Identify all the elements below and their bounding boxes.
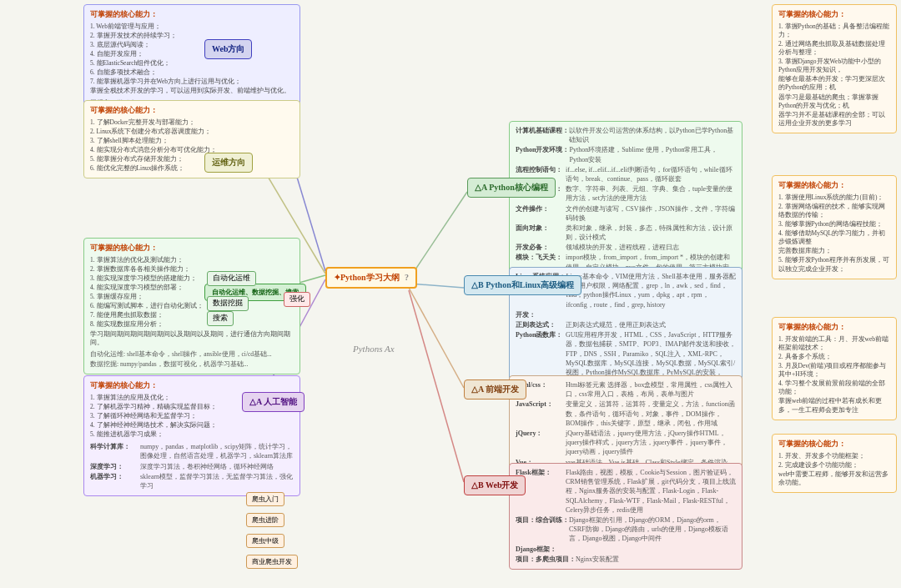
table-row: 深度学习：深度学习算法，卷积神经网络，循环神经网络 bbox=[90, 462, 294, 471]
branch-python-core: △A Python核心编程 bbox=[467, 178, 556, 198]
branch-ops: 运维方向 bbox=[204, 153, 253, 173]
sub-senior: 商业爬虫开发 bbox=[246, 555, 298, 569]
list-item: 1. 了解Docker完整开发与部署能力； bbox=[90, 118, 294, 127]
list-item: 掌握全栈技术开发的学习，可以运用到实际开发、前端维护与优化。 bbox=[90, 87, 294, 95]
sub-mid: 爬虫中级 bbox=[246, 534, 284, 548]
mindmap-container: ✦Python学习大纲 ? △A Python核心编程 △B Python和Li… bbox=[0, 0, 901, 588]
list-item: 3. 掌握Django开发Web功能中小型的Python应用开发知识， bbox=[778, 58, 890, 74]
branch-python-linux: △B Python和Linux高级编程 bbox=[464, 275, 581, 295]
list-item: 4. 学习整个发展前景前段前端的全部功能； bbox=[778, 379, 890, 396]
central-node: ✦Python学习大纲 ? bbox=[325, 267, 417, 289]
list-item: 5. 能推进机器学习成果； bbox=[90, 430, 294, 439]
list-item: 2. 掌握数据库各各相关操作能力； bbox=[90, 265, 294, 274]
auto-detail: 可掌握的核心能力： 1. 掌握算法的优化及测试能力；2. 掌握数据库各各相关操作… bbox=[83, 238, 300, 374]
list-item: 1. 开发前端的工具：月、开发web前端框架前端技术； bbox=[778, 335, 890, 352]
list-item: 7. 能掌握机器学习并在Web方向上进行运用与优化； bbox=[90, 78, 294, 86]
list-item: 1. 掌握算法的优化及测试能力； bbox=[90, 256, 294, 264]
list-item: 1. 开发、开发多个功能框架； bbox=[778, 452, 890, 460]
list-item: 器学习是最基础的爬虫；掌握掌握Python的开发与优化；机 bbox=[778, 93, 890, 110]
axes-label: Pythons Ax bbox=[353, 344, 395, 354]
list-item: 1. 掌握Python的基础；具备整洁编程能力； bbox=[778, 23, 890, 39]
table-row: JavaScript：变量定义，运算符，运算符，变量定义，方法，function… bbox=[516, 400, 736, 428]
branch-web: △B Web开发 bbox=[464, 475, 526, 495]
ability-rt-title: 可掌握的核心能力： bbox=[778, 9, 890, 20]
branch-frontend: △A 前端开发 bbox=[464, 379, 526, 400]
list-item: 6. 能编写测试脚本，进行自动化测试； bbox=[90, 302, 294, 310]
list-item: 掌握web前端的过程中若有成长和更多，一生工程师会更加专注 bbox=[778, 397, 890, 414]
web-dir-items: 1. Web前端管理与应用；2. 掌握开发技术的持续学习；3. 底层源代码阅读；… bbox=[90, 23, 294, 96]
list-item: 3. 了解shell脚本处理能力； bbox=[90, 137, 294, 145]
list-item: 4. 了解神经神经网络技术，解决实际问题； bbox=[90, 421, 294, 430]
list-item: 2. 掌握网络编程的技术，能够实现网络数据的传输； bbox=[778, 203, 890, 219]
table-row: 文件操作：文件的创建与读写，CSV操作，JSON操作，文件，字符编码转换 bbox=[516, 204, 736, 223]
table-row: 科学计算库：numpy，pandas，matplotlib，scipy矩阵，统计… bbox=[90, 442, 294, 460]
ops-ability-title: 可掌握的核心能力： bbox=[90, 105, 294, 116]
svg-line-0 bbox=[409, 192, 467, 279]
list-item: 2. 完成建设多个功能功能； bbox=[778, 461, 890, 470]
ability-rm2-title: 可掌握的核心能力： bbox=[778, 322, 890, 333]
list-item: 6. 自能多项技术融合； bbox=[90, 68, 294, 77]
table-row: jQuery：jQuery基础语法，jquery使用方法，jQuery操作HTM… bbox=[516, 429, 736, 457]
list-item: 学习期间期间期间期间期间以及期间以及期间，进行通信方向期间期间。 bbox=[90, 330, 294, 347]
list-item: 4. 能够借助MySQL的学习能力，并初步锻炼调整 bbox=[778, 229, 890, 246]
list-item: 6. 能优化完整的Linux操作系统； bbox=[90, 164, 294, 173]
table-row: Django框架： bbox=[516, 545, 736, 554]
sub-search: 搜索 bbox=[207, 311, 234, 326]
ability-right-mid2: 可掌握的核心能力： 1. 开发前端的工具：月、开发web前端框架前端技术；2. … bbox=[772, 317, 897, 420]
list-item: 5. 能ElasticSearch组件优化； bbox=[90, 59, 294, 68]
table-row: 开发必备：领域模块的开发，进程线程，进程日志 bbox=[516, 243, 736, 252]
central-qmark: ? bbox=[405, 273, 409, 282]
list-item: 4. 自能开发应用； bbox=[90, 50, 294, 58]
ability-right-bot: 可掌握的核心能力： 1. 开发、开发多个功能框架；2. 完成建设多个功能功能；w… bbox=[772, 434, 897, 493]
svg-line-2 bbox=[409, 288, 464, 388]
ability-right-mid: 可掌握的核心能力： 1. 掌握使用Linux系统的能力(目前)；2. 掌握网络编… bbox=[772, 175, 897, 279]
ai-ability-title: 可掌握的核心能力： bbox=[90, 380, 294, 391]
list-item: 1. 掌握使用Linux系统的能力(目前)； bbox=[778, 193, 890, 202]
ability-rm-title: 可掌握的核心能力： bbox=[778, 180, 890, 191]
list-item: 3. 月及Dev(前端)项目或程序都能参与其中+H环境； bbox=[778, 362, 890, 379]
list-item: 2. 掌握开发技术的持续学习； bbox=[90, 32, 294, 40]
list-item: 3. 了解循环神经网络和无监督学习； bbox=[90, 412, 294, 420]
table-row: 项目：多爬虫项目：Nginx安装配置 bbox=[516, 555, 736, 564]
python-core-detail: 计算机基础课程：以软件开发公司运营的体系结构，以Python已学Python基础… bbox=[509, 121, 742, 287]
list-item: 7. 能使用爬虫抓取数据； bbox=[90, 311, 294, 319]
branch-ai: △A 人工智能 bbox=[242, 392, 305, 412]
list-item: 能够在最基本的开发；学习更深层次的Python的应用；机 bbox=[778, 75, 890, 92]
list-item: 3. 能实现深度学习模型的搭建能力； bbox=[90, 274, 294, 283]
list-item: 8. 能实现数据应用分析； bbox=[90, 320, 294, 329]
auto-subitems: 自动化运维: shell基本命令，shell操作，ansible使用，ci/cd… bbox=[90, 350, 294, 369]
list-item: 4. 能实现分布式消息分析分布可优化能力； bbox=[90, 146, 294, 154]
list-item: 1. Web前端管理与应用； bbox=[90, 23, 294, 31]
sub-auto: 自动化运维 bbox=[207, 271, 256, 286]
central-label: ✦Python学习大纲 bbox=[334, 273, 400, 282]
auto-items: 1. 掌握算法的优化及测试能力；2. 掌握数据库各各相关操作能力；3. 能实现深… bbox=[90, 256, 294, 347]
table-row: Html/css：Html标签元素 选择器，box盒模型，常用属性，css属性入… bbox=[516, 380, 736, 399]
auto-ability-title: 可掌握的核心能力： bbox=[90, 243, 294, 254]
ai-sci-rows: 科学计算库：numpy，pandas，matplotlib，scipy矩阵，统计… bbox=[90, 442, 294, 490]
web-rows: Flask框架：Flask路由，视图，模板，Cookie与Session，图片验… bbox=[516, 468, 736, 564]
table-row: Flask框架：Flask路由，视图，模板，Cookie与Session，图片验… bbox=[516, 468, 736, 515]
list-item: 5. 能够开发Python程序并有所发展，可以独立完成企业开发； bbox=[778, 256, 890, 273]
list-item: web中需要工程师，能够开发和运营多余功能。 bbox=[778, 470, 890, 487]
ability-right-top: 可掌握的核心能力： 1. 掌握Python的基础；具备整洁编程能力；2. 通过网… bbox=[772, 4, 897, 133]
ability-rb-title: 可掌握的核心能力： bbox=[778, 439, 890, 450]
table-row: 开发： bbox=[516, 310, 736, 319]
sub-reinforce: 强化 bbox=[284, 292, 310, 307]
table-row: 计算机基础课程：以软件开发公司运营的体系结构，以Python已学Python基础… bbox=[516, 126, 736, 144]
table-row: 项目：综合训练：Django框架的引用，Django的ORM，Django的or… bbox=[516, 515, 736, 544]
list-item: 3. 底层源代码阅读； bbox=[90, 41, 294, 49]
sub-advanced: 爬虫进阶 bbox=[246, 513, 284, 527]
web-dir-ability-title: 可掌握的核心能力： bbox=[90, 9, 294, 20]
branch-web-dir: Web方向 bbox=[204, 39, 252, 59]
web-detail: Flask框架：Flask路由，视图，模板，Cookie与Session，图片验… bbox=[509, 463, 742, 570]
list-item: 5. 能掌握分布式存储开发能力； bbox=[90, 155, 294, 163]
table-row: 机器学习：sklearn模型，监督学习算法，无监督学习算法，强化学习 bbox=[90, 472, 294, 490]
list-item: 2. Linux系统下创建分布式容器调度能力； bbox=[90, 128, 294, 136]
sub-newbie: 爬虫入门 bbox=[246, 492, 284, 506]
list-item: 器学习并不是基础课程的全部；可以运用企业开发的更多学习 bbox=[778, 111, 890, 128]
sub-data: 数据挖掘 bbox=[207, 296, 249, 311]
table-row: Python开发环境：Python环境搭建，Sublime 使用，Python常… bbox=[516, 145, 736, 163]
list-item: 2. 具备多个系统； bbox=[778, 353, 890, 361]
table-row: 正则表达式：正则表达式规范，使用正则表达式 bbox=[516, 320, 736, 329]
ops-detail: 可掌握的核心能力： 1. 了解Docker完整开发与部署能力；2. Linux系… bbox=[83, 100, 300, 178]
